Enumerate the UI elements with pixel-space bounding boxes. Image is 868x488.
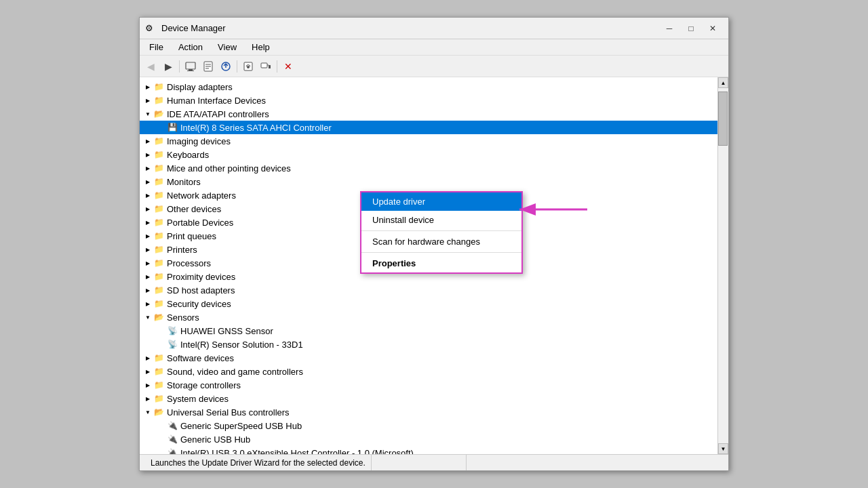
device-manager-window: ⚙ Device Manager ─ □ ✕ File Action View … xyxy=(139,17,729,471)
tree-item[interactable]: ▶📁Display adapters xyxy=(140,80,717,94)
tree-item-label: Software devices xyxy=(167,353,234,363)
tree-item[interactable]: 🔌Generic SuperSpeed USB Hub xyxy=(140,419,717,432)
window-title: Device Manager xyxy=(161,23,226,33)
title-controls: ─ □ ✕ xyxy=(659,21,723,36)
tree-node-icon: 📁 xyxy=(153,352,164,363)
ctx-uninstall-device[interactable]: Uninstall device xyxy=(361,211,521,229)
tree-item-label: Sensors xyxy=(167,312,199,323)
svg-point-9 xyxy=(247,66,250,68)
tree-item[interactable]: ▶📁Human Interface Devices xyxy=(140,94,717,107)
tree-item-label: Monitors xyxy=(167,177,201,187)
tree-expand-arrow[interactable]: ▶ xyxy=(142,163,153,174)
tree-expand-arrow[interactable]: ▼ xyxy=(142,312,153,323)
device-type-button[interactable] xyxy=(258,58,274,75)
tree-expand-arrow[interactable]: ▶ xyxy=(142,176,153,187)
ctx-scan-hardware[interactable]: Scan for hardware changes xyxy=(361,232,521,251)
tree-expand-arrow[interactable]: ▶ xyxy=(142,95,153,106)
tree-item[interactable]: ▶📁Monitors xyxy=(140,175,717,188)
show-device-manager-button[interactable] xyxy=(182,58,199,75)
scroll-up-button[interactable]: ▲ xyxy=(718,77,728,88)
tree-expand-arrow[interactable]: ▶ xyxy=(142,136,153,146)
menu-action[interactable]: Action xyxy=(172,41,210,54)
tree-item[interactable]: ▼📂Sensors xyxy=(140,310,717,324)
menu-view[interactable]: View xyxy=(211,41,243,54)
tree-expand-arrow[interactable] xyxy=(156,447,167,454)
svg-rect-0 xyxy=(186,62,195,69)
tree-expand-arrow[interactable]: ▶ xyxy=(142,380,153,390)
tree-expand-arrow[interactable]: ▶ xyxy=(142,203,153,214)
tree-item[interactable]: 🔌Intel(R) USB 3.0 eXtensible Host Contro… xyxy=(140,446,717,454)
tree-item-label: Proximity devices xyxy=(167,272,235,282)
tree-item-label: Keyboards xyxy=(167,150,209,160)
tree-item[interactable]: ▶📁Security devices xyxy=(140,297,717,310)
toolbar-separator-1 xyxy=(179,60,180,73)
title-bar-left: ⚙ Device Manager xyxy=(145,23,226,34)
maximize-button[interactable]: □ xyxy=(681,21,701,36)
tree-expand-arrow[interactable]: ▶ xyxy=(142,81,153,92)
app-icon: ⚙ xyxy=(145,23,156,34)
back-button[interactable]: ◀ xyxy=(142,58,159,75)
tree-expand-arrow[interactable]: ▶ xyxy=(142,149,153,160)
tree-item[interactable]: ▶📁Software devices xyxy=(140,351,717,365)
tree-item[interactable]: ▶📁Keyboards xyxy=(140,148,717,161)
tree-item-label: Print queues xyxy=(167,231,216,241)
tree-item-label: System devices xyxy=(167,394,229,404)
tree-expand-arrow[interactable] xyxy=(156,339,167,350)
tree-item[interactable]: ▼📂Universal Serial Bus controllers xyxy=(140,405,717,419)
tree-item-label: Portable Devices xyxy=(167,218,233,228)
ctx-properties[interactable]: Properties xyxy=(361,254,521,272)
tree-item[interactable]: ▶📁Sound, video and game controllers xyxy=(140,365,717,378)
scan-hardware-button[interactable] xyxy=(240,58,256,75)
toolbar: ◀ ▶ xyxy=(140,56,728,77)
tree-expand-arrow[interactable] xyxy=(156,122,167,133)
properties-button[interactable] xyxy=(200,58,216,75)
tree-item-label: Storage controllers xyxy=(167,380,241,390)
tree-expand-arrow[interactable]: ▶ xyxy=(142,217,153,228)
tree-expand-arrow[interactable]: ▶ xyxy=(142,258,153,268)
tree-expand-arrow[interactable]: ▼ xyxy=(142,407,153,418)
tree-item[interactable]: ▶📁System devices xyxy=(140,392,717,405)
tree-expand-arrow[interactable]: ▶ xyxy=(142,298,153,309)
tree-node-icon: 📁 xyxy=(153,81,164,92)
scroll-track[interactable] xyxy=(718,88,728,443)
tree-item[interactable]: ▶📁Mice and other pointing devices xyxy=(140,161,717,175)
tree-item[interactable]: 📡HUAWEI GNSS Sensor xyxy=(140,324,717,338)
menu-help[interactable]: Help xyxy=(245,41,277,54)
tree-expand-arrow[interactable]: ▶ xyxy=(142,271,153,282)
minimize-button[interactable]: ─ xyxy=(659,21,679,36)
tree-expand-arrow[interactable]: ▶ xyxy=(142,352,153,363)
scroll-down-button[interactable]: ▼ xyxy=(718,443,728,454)
tree-expand-arrow[interactable]: ▶ xyxy=(142,393,153,404)
tree-node-icon: 📁 xyxy=(153,366,164,377)
tree-item[interactable]: 💾Intel(R) 8 Series SATA AHCI Controller xyxy=(140,121,717,134)
tree-expand-arrow[interactable]: ▼ xyxy=(142,108,153,119)
tree-expand-arrow[interactable]: ▶ xyxy=(142,366,153,377)
tree-expand-arrow[interactable] xyxy=(156,420,167,431)
device-tree[interactable]: ▶📁Display adapters▶📁Human Interface Devi… xyxy=(140,77,717,454)
update-driver-button[interactable] xyxy=(218,58,234,75)
tree-item[interactable]: ▶📁SD host adapters xyxy=(140,283,717,297)
tree-expand-arrow[interactable]: ▶ xyxy=(142,190,153,201)
tree-expand-arrow[interactable] xyxy=(156,325,167,336)
uninstall-button[interactable]: ✕ xyxy=(280,58,296,75)
menu-file[interactable]: File xyxy=(142,41,170,54)
scrollbar[interactable]: ▲ ▼ xyxy=(717,77,728,454)
tree-item[interactable]: ▶📁Imaging devices xyxy=(140,134,717,148)
tree-item[interactable]: 🔌Generic USB Hub xyxy=(140,432,717,446)
tree-item[interactable]: ▶📁Storage controllers xyxy=(140,378,717,392)
toolbar-separator-2 xyxy=(237,60,237,73)
tree-item-label: Generic USB Hub xyxy=(180,434,250,445)
tree-node-icon: 📁 xyxy=(153,380,164,390)
tree-node-icon: 📁 xyxy=(153,217,164,228)
ctx-update-driver[interactable]: Update driver xyxy=(361,192,521,211)
close-button[interactable]: ✕ xyxy=(703,21,723,36)
tree-expand-arrow[interactable]: ▶ xyxy=(142,244,153,255)
scroll-thumb[interactable] xyxy=(718,92,728,146)
tree-expand-arrow[interactable]: ▶ xyxy=(142,230,153,241)
tree-expand-arrow[interactable] xyxy=(156,434,167,445)
tree-item[interactable]: 📡Intel(R) Sensor Solution - 33D1 xyxy=(140,338,717,351)
tree-expand-arrow[interactable]: ▶ xyxy=(142,285,153,296)
forward-button[interactable]: ▶ xyxy=(160,58,176,75)
tree-item[interactable]: ▼📂IDE ATA/ATAPI controllers xyxy=(140,107,717,121)
tree-item-label: Other devices xyxy=(167,204,221,214)
